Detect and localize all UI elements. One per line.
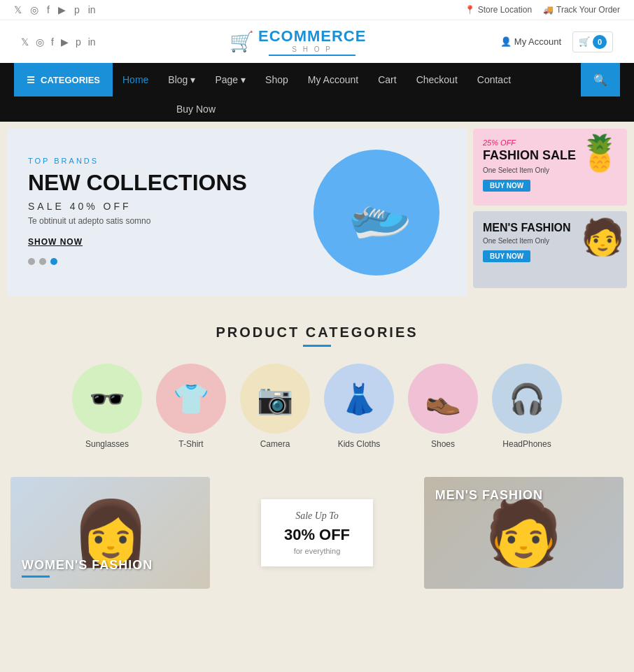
categories-grid: 🕶️ Sunglasses 👕 T-Shirt 📷 Camera 👗 Kids … — [14, 364, 620, 449]
twitter-icon[interactable]: 𝕏 — [14, 4, 22, 15]
category-sunglasses[interactable]: 🕶️ Sunglasses — [72, 364, 142, 449]
logo-text: ECOMMERCE — [258, 27, 366, 45]
sale-percent-text: 30% OFF — [275, 526, 359, 544]
promo-mens-btn[interactable]: BUY NOW — [483, 250, 530, 262]
section-underline — [303, 345, 331, 347]
promo-card-mens-fashion: MEN'S FASHION One Select Item Only BUY N… — [473, 211, 627, 288]
womens-banner-bg: 👩 WOMEN'S FASHION — [10, 477, 210, 589]
instagram-header-icon[interactable]: ◎ — [36, 36, 44, 48]
categories-button[interactable]: ☰ CATEGORIES — [14, 63, 113, 96]
shoes-emoji: 👞 — [425, 382, 461, 416]
product-categories-section: PRODUCT CATEGORIES 🕶️ Sunglasses 👕 T-Shi… — [0, 303, 634, 470]
promo-cards: 25% OFF FASHION SALE One Select Item Onl… — [473, 129, 627, 296]
track-order[interactable]: 🚚 Track Your Order — [543, 5, 620, 15]
nav-home[interactable]: Home — [113, 63, 158, 96]
pinterest-header-icon[interactable]: p — [76, 36, 81, 48]
header-right: 👤 My Account 🛒 0 — [500, 31, 613, 52]
mens-banner-label: MEN'S FASHION — [435, 488, 543, 503]
category-camera[interactable]: 📷 Camera — [240, 364, 310, 449]
sale-sub-text: for everything — [275, 547, 359, 555]
youtube-icon[interactable]: ▶ — [58, 4, 66, 15]
category-headphones[interactable]: 🎧 HeadPhones — [492, 364, 562, 449]
hero-section: TOP BRANDS NEW COLLECTIONS SALE 40% OFF … — [0, 122, 634, 303]
promo-card-fashion-sale: 25% OFF FASHION SALE One Select Item Onl… — [473, 129, 627, 206]
pinterest-icon[interactable]: p — [74, 4, 80, 15]
tshirt-label: T-Shirt — [156, 439, 226, 449]
category-kids[interactable]: 👗 Kids Cloths — [324, 364, 394, 449]
facebook-icon[interactable]: f — [47, 4, 50, 15]
nav-my-account[interactable]: My Account — [298, 63, 368, 96]
nav-shop[interactable]: Shop — [255, 63, 298, 96]
category-shoes[interactable]: 👞 Shoes — [408, 364, 478, 449]
camera-label: Camera — [240, 439, 310, 449]
nav-page[interactable]: Page ▾ — [205, 63, 255, 96]
sunglasses-label: Sunglasses — [72, 439, 142, 449]
hamburger-icon: ☰ — [27, 75, 35, 85]
logo-underline — [269, 55, 355, 56]
sunglasses-emoji: 🕶️ — [89, 382, 125, 416]
headphones-label: HeadPhones — [492, 439, 562, 449]
tshirt-circle: 👕 — [156, 364, 226, 434]
headphones-circle: 🎧 — [492, 364, 562, 434]
cart-button[interactable]: 🛒 0 — [572, 31, 613, 52]
mens-banner-bg: 🧑 MEN'S FASHION — [424, 477, 624, 589]
sale-overlay-bg: Sale Up To 30% OFF for everything — [217, 477, 416, 589]
social-icons: 𝕏 ◎ f ▶ p in — [14, 4, 96, 15]
header-social: 𝕏 ◎ f ▶ p in — [21, 36, 96, 48]
hero-shoe-circle: 👟 — [314, 150, 439, 276]
slider-dot-1[interactable] — [28, 258, 35, 265]
promo-buy-now-btn[interactable]: BUY NOW — [483, 180, 530, 192]
shoes-circle: 👞 — [408, 364, 478, 434]
shoes-label: Shoes — [408, 439, 478, 449]
linkedin-header-icon[interactable]: in — [88, 36, 96, 48]
top-bar-right: 📍 Store Location 🚚 Track Your Order — [465, 5, 620, 15]
navigation: ☰ CATEGORIES Home Blog ▾ Page ▾ Shop My … — [0, 63, 634, 96]
truck-icon: 🚚 — [543, 5, 554, 15]
camera-emoji: 📷 — [257, 382, 293, 416]
kids-circle: 👗 — [324, 364, 394, 434]
youtube-header-icon[interactable]: ▶ — [61, 36, 69, 48]
logo-sub: S H O P — [258, 45, 366, 53]
person-icon: 🧑 — [581, 217, 624, 257]
nav-checkout[interactable]: Checkout — [407, 63, 467, 96]
sale-overlay-card: Sale Up To 30% OFF for everything — [261, 499, 373, 566]
search-button[interactable]: 🔍 — [581, 63, 620, 96]
nav-blog[interactable]: Blog ▾ — [158, 63, 205, 96]
linkedin-icon[interactable]: in — [88, 4, 96, 15]
shoe-image: 👟 — [338, 176, 415, 250]
category-tshirt[interactable]: 👕 T-Shirt — [156, 364, 226, 449]
sale-overlay-banner: Sale Up To 30% OFF for everything — [217, 477, 416, 589]
account-icon: 👤 — [500, 36, 512, 47]
slider-dot-2[interactable] — [39, 258, 46, 265]
logo[interactable]: 🛒 ECOMMERCE S H O P — [230, 27, 366, 56]
camera-circle: 📷 — [240, 364, 310, 434]
twitter-header-icon[interactable]: 𝕏 — [21, 36, 29, 48]
cart-count: 0 — [593, 35, 607, 49]
instagram-icon[interactable]: ◎ — [30, 4, 38, 15]
slider-dot-3[interactable] — [50, 258, 57, 265]
mens-fashion-banner[interactable]: 🧑 MEN'S FASHION — [424, 477, 624, 589]
bottom-banners: 👩 WOMEN'S FASHION Sale Up To 30% OFF for… — [0, 470, 634, 596]
blog-dropdown-icon: ▾ — [190, 74, 195, 85]
nav-row2: Buy Now — [0, 96, 634, 122]
page-dropdown-icon: ▾ — [241, 74, 246, 85]
top-bar: 𝕏 ◎ f ▶ p in 📍 Store Location 🚚 Track Yo… — [0, 0, 634, 20]
facebook-header-icon[interactable]: f — [51, 36, 54, 48]
location-icon: 📍 — [465, 5, 475, 15]
sale-up-to-text: Sale Up To — [275, 510, 359, 522]
headphones-emoji: 🎧 — [509, 382, 545, 416]
logo-cart-icon: 🛒 — [230, 30, 254, 53]
nav-items: Home Blog ▾ Page ▾ Shop My Account Cart … — [113, 63, 581, 96]
womens-fashion-banner[interactable]: 👩 WOMEN'S FASHION — [10, 477, 210, 589]
kids-label: Kids Cloths — [324, 439, 394, 449]
pineapple-icon: 🍍 — [578, 133, 621, 173]
categories-section-title: PRODUCT CATEGORIES — [14, 324, 620, 341]
nav-contact[interactable]: Contact — [467, 63, 521, 96]
store-location[interactable]: 📍 Store Location — [465, 5, 532, 15]
nav-buy-now[interactable]: Buy Now — [167, 96, 225, 122]
womens-banner-label: WOMEN'S FASHION — [22, 558, 153, 573]
sunglasses-circle: 🕶️ — [72, 364, 142, 434]
my-account-link[interactable]: 👤 My Account — [500, 36, 561, 47]
nav-cart[interactable]: Cart — [368, 63, 406, 96]
womens-banner-underline — [22, 576, 50, 578]
